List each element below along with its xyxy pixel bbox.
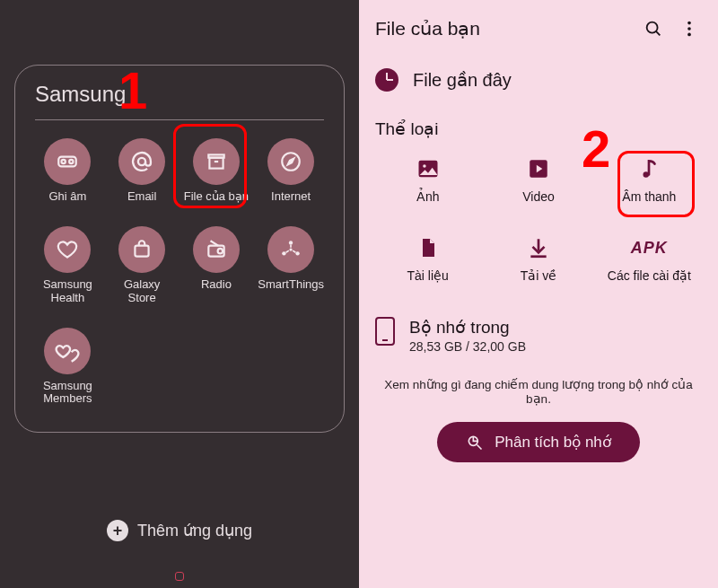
more-button[interactable] <box>677 16 702 41</box>
phone-icon <box>375 317 395 346</box>
page-title: File của bạn <box>375 18 630 39</box>
cat-label: Tải về <box>521 268 557 283</box>
analyze-icon <box>466 434 484 452</box>
svg-point-15 <box>296 251 300 255</box>
storage-text: Bộ nhớ trong 28,53 GB / 32,00 GB <box>409 317 526 354</box>
svg-point-1 <box>62 160 66 163</box>
search-icon <box>644 19 663 39</box>
cat-tai-lieu[interactable]: Tài liệu <box>375 231 480 286</box>
add-apps-label: Thêm ứng dụng <box>137 521 252 540</box>
analyze-label: Phân tích bộ nhớ <box>495 433 611 452</box>
cat-label: Video <box>522 189 555 204</box>
network-icon <box>267 226 314 273</box>
recorder-icon <box>44 138 91 185</box>
app-label: File của bạn <box>184 190 249 203</box>
app-grid: Ghi âm Email File của bạn Internet <box>35 138 324 405</box>
app-internet[interactable]: Internet <box>258 138 324 203</box>
app-samsung-health[interactable]: Samsung Health <box>35 226 101 304</box>
storage-title: Bộ nhớ trong <box>409 317 526 338</box>
app-file-cua-ban[interactable]: File của bạn <box>184 138 250 203</box>
svg-point-13 <box>289 241 293 245</box>
storage-note: Xem những gì đang chiếm dung lượng trong… <box>375 377 702 406</box>
svg-rect-5 <box>209 158 223 169</box>
radio-icon <box>193 226 240 273</box>
search-button[interactable] <box>641 16 666 41</box>
recent-label: File gần đây <box>413 69 512 91</box>
svg-point-3 <box>138 158 145 165</box>
svg-point-21 <box>687 33 691 37</box>
cat-am-thanh[interactable]: Âm thanh <box>597 152 702 207</box>
svg-point-20 <box>687 27 691 31</box>
svg-marker-8 <box>288 159 294 165</box>
cat-label: Âm thanh <box>622 189 676 204</box>
svg-point-19 <box>687 22 691 25</box>
svg-point-11 <box>218 249 223 253</box>
play-icon <box>525 155 552 182</box>
categories-title: Thể loại <box>375 118 702 139</box>
header: File của bạn <box>375 11 702 47</box>
svg-point-2 <box>70 160 74 163</box>
svg-line-30 <box>477 444 482 449</box>
folder-title: Samsung <box>35 82 324 107</box>
app-drawer-panel: Samsung Ghi âm Email File của bạn <box>0 0 359 588</box>
svg-rect-9 <box>136 246 149 257</box>
app-smartthings[interactable]: SmartThings <box>258 226 324 304</box>
bag-icon <box>118 226 165 273</box>
app-label: Samsung Health <box>35 278 101 304</box>
download-icon <box>525 234 552 261</box>
file-manager-panel: File của bạn File gần đây Thể loại Ảnh V… <box>359 0 718 588</box>
archive-icon <box>193 138 240 185</box>
analyze-storage-button[interactable]: Phân tích bộ nhớ <box>437 422 640 462</box>
storage-subtitle: 28,53 GB / 32,00 GB <box>409 339 526 354</box>
plus-icon: + <box>107 520 128 541</box>
app-galaxy-store[interactable]: Galaxy Store <box>109 226 175 304</box>
nav-indicator <box>175 572 184 581</box>
apk-text-icon: APK <box>635 234 662 261</box>
app-email[interactable]: Email <box>109 138 175 203</box>
cat-apk[interactable]: APK Các file cài đặt <box>597 231 702 286</box>
internal-storage-row[interactable]: Bộ nhớ trong 28,53 GB / 32,00 GB <box>375 317 702 354</box>
cat-label: Tài liệu <box>407 268 448 283</box>
app-samsung-members[interactable]: Samsung Members <box>35 328 101 406</box>
cat-tai-ve[interactable]: Tải về <box>486 231 591 286</box>
recent-files-row[interactable]: File gần đây <box>375 68 702 92</box>
app-radio[interactable]: Radio <box>184 226 250 304</box>
image-icon <box>415 155 442 182</box>
app-label: Radio <box>201 278 232 291</box>
document-icon <box>415 234 442 261</box>
cat-anh[interactable]: Ảnh <box>375 152 480 207</box>
svg-point-16 <box>290 249 293 251</box>
svg-point-17 <box>647 22 658 33</box>
svg-point-23 <box>423 164 426 168</box>
double-heart-icon <box>44 328 91 374</box>
svg-point-14 <box>282 251 285 255</box>
more-vertical-icon <box>679 19 699 39</box>
samsung-folder: Samsung Ghi âm Email File của bạn <box>14 65 345 433</box>
app-ghi-am[interactable]: Ghi âm <box>35 138 101 203</box>
app-label: SmartThings <box>258 278 324 291</box>
music-icon <box>635 155 662 182</box>
add-apps-button[interactable]: + Thêm ứng dụng <box>107 520 252 541</box>
at-icon <box>118 138 165 185</box>
clock-icon <box>375 68 398 92</box>
app-label: Galaxy Store <box>109 278 175 304</box>
cat-label: Ảnh <box>416 189 440 204</box>
cat-label: Các file cài đặt <box>608 268 691 283</box>
app-label: Email <box>127 190 157 203</box>
app-label: Samsung Members <box>35 380 101 406</box>
app-label: Internet <box>271 190 311 203</box>
categories-grid: Ảnh Video Âm thanh Tài liệu Tải về <box>375 152 702 286</box>
app-label: Ghi âm <box>48 190 86 203</box>
divider <box>35 119 324 120</box>
cat-video[interactable]: Video <box>486 152 591 207</box>
heart-icon <box>44 226 91 273</box>
svg-line-18 <box>656 31 660 35</box>
compass-icon <box>267 138 314 185</box>
